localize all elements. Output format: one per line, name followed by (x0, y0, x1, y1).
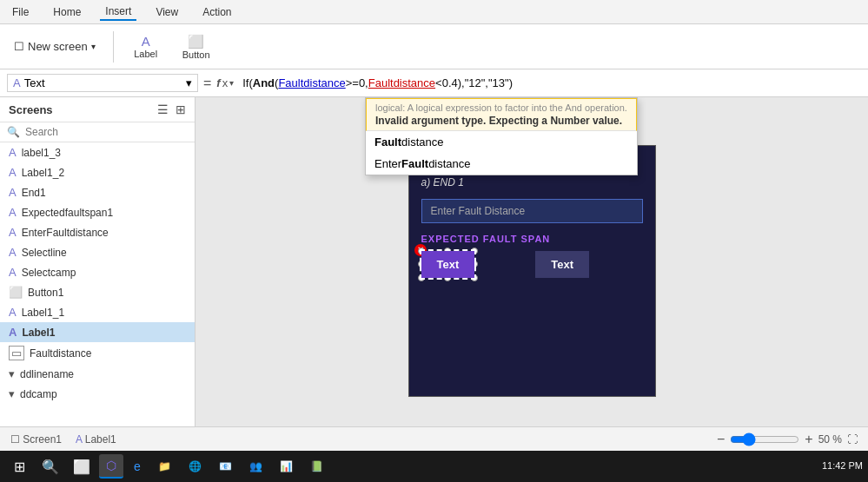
zoom-slider[interactable] (730, 432, 799, 446)
label-name[interactable]: Label1 (85, 433, 116, 446)
excel-taskbar[interactable]: 📗 (303, 454, 330, 479)
fullscreen-icon[interactable]: ⛶ (847, 433, 858, 446)
equals-sign: = (203, 76, 211, 91)
button1-container: ✕ Text (421, 251, 475, 278)
outlook-icon: 📧 (219, 460, 232, 472)
zoom-plus-icon[interactable]: + (805, 432, 812, 447)
left-panel: Screens ☰ ⊞ 🔍 A label1_3 A Label1_2 A En… (0, 97, 195, 426)
menu-home[interactable]: Home (48, 4, 86, 20)
dropdown-item-icon: ▾ (9, 367, 15, 380)
menu-action[interactable]: Action (197, 4, 236, 20)
list-item[interactable]: A label1_3 (0, 142, 195, 162)
task-view-button[interactable]: ⬜ (68, 454, 96, 479)
zoom-level: 50 % (818, 433, 842, 446)
list-item[interactable]: A Expectedfaultspan1 (0, 202, 195, 222)
button-item-icon: ⬜ (9, 286, 23, 299)
fx-button[interactable]: f x ▾ (216, 76, 234, 89)
chrome-taskbar[interactable]: 🌐 (182, 454, 209, 479)
tooltip-label: logical: A logical expression to factor … (375, 102, 627, 113)
folder-icon: 📁 (158, 460, 171, 472)
edge-taskbar[interactable]: e (127, 454, 148, 479)
list-item[interactable]: ▾ ddlinename (0, 364, 195, 384)
item-name: Button1 (28, 287, 63, 299)
new-screen-button[interactable]: ☐ New screen ▾ (7, 36, 103, 56)
tooltip-error: logical: A logical expression to factor … (366, 98, 637, 131)
formula-fd2: Faultdistance (368, 76, 435, 89)
status-left: ☐ Screen1 A Label1 (10, 433, 116, 446)
menu-insert[interactable]: Insert (100, 3, 136, 21)
preview-buttons-row: ✕ Text Text (409, 248, 655, 281)
list-item[interactable]: A Label1_1 (0, 302, 195, 322)
taskbar: ⊞ 🔍 ⬜ ⬡ e 📁 🌐 📧 👥 📊 📗 11:42 PM (0, 451, 868, 482)
teams-icon: 👥 (249, 460, 262, 472)
autocomplete-item-2[interactable]: EnterFaultdistance (366, 153, 637, 175)
main-area: Screens ☰ ⊞ 🔍 A label1_3 A Label1_2 A En… (0, 97, 868, 426)
menu-view[interactable]: View (150, 4, 183, 20)
search-taskbar-button[interactable]: 🔍 (36, 454, 64, 479)
formula-lt: <0.4),"12","13") (435, 76, 513, 89)
label-item-icon: A (9, 166, 17, 179)
explorer-taskbar[interactable]: 📁 (151, 454, 178, 479)
app-preview: 3. ENTER FAULT DISTANCE a) END 1 Enter F… (408, 145, 656, 397)
label-item-icon: A (9, 146, 17, 159)
powerapps-taskbar[interactable]: ⬡ (99, 454, 123, 479)
text-button-1[interactable]: Text (421, 251, 475, 278)
menu-file[interactable]: File (7, 4, 34, 20)
zoom-minus-icon[interactable]: − (717, 432, 725, 447)
search-input[interactable] (25, 126, 188, 138)
item-name: End1 (22, 187, 46, 199)
formula-name-box[interactable]: A Text ▾ (7, 74, 198, 92)
rest-text: distance (401, 135, 443, 149)
preview-subtitle: a) END 1 (409, 173, 655, 195)
item-name: ddcamp (20, 388, 57, 400)
screens-title: Screens (9, 103, 53, 116)
item-name: Selectline (22, 247, 67, 259)
start-button[interactable]: ⊞ (5, 454, 33, 479)
label-button[interactable]: A Label (124, 30, 168, 63)
screen-name[interactable]: Screen1 (23, 433, 62, 446)
screen-icon-status: ☐ (10, 433, 20, 446)
list-item-label1[interactable]: A Label1 (0, 322, 195, 342)
button-ribbon-btn[interactable]: ⬜ Button (175, 30, 218, 63)
list-item[interactable]: A End1 (0, 182, 195, 202)
label-item-icon: A (9, 186, 17, 199)
powerbi-taskbar[interactable]: 📊 (273, 454, 300, 479)
formula-bar: A Text ▾ = f x ▾ If(And(Faultdistance>=0… (0, 69, 868, 97)
list-item[interactable]: A Selectcamp (0, 262, 195, 282)
list-item[interactable]: A Label1_2 (0, 162, 195, 182)
autocomplete-dropdown[interactable]: logical: A logical expression to factor … (365, 97, 638, 175)
label-indicator: A Label1 (76, 433, 116, 446)
new-screen-label: New screen (28, 40, 88, 53)
edge-icon: e (134, 459, 141, 473)
list-item[interactable]: ▾ ddcamp (0, 384, 195, 404)
fx-chevron: ▾ (229, 78, 234, 88)
formula-content[interactable]: If(And(Faultdistance>=0,Faultdistance<0.… (239, 75, 861, 91)
zoom-controls: − + 50 % ⛶ (717, 432, 858, 447)
text-button-2[interactable]: Text (535, 251, 589, 278)
rest-text: distance (428, 157, 470, 170)
preview-input[interactable]: Enter Fault Distance (421, 199, 643, 223)
label-item-icon: A (9, 326, 17, 339)
list-view-icon[interactable]: ☰ (157, 102, 169, 116)
prefix-text: Enter (374, 157, 401, 170)
label-icon-small: A (13, 76, 21, 89)
teams-taskbar[interactable]: 👥 (242, 454, 269, 479)
label-item-icon: A (9, 206, 17, 219)
search-box: 🔍 (0, 122, 195, 142)
clock-time: 11:42 PM (822, 459, 863, 472)
screens-header: Screens ☰ ⊞ (0, 97, 195, 122)
item-name: ddlinename (20, 368, 74, 380)
tooltip-type: logical: (375, 102, 405, 113)
list-item[interactable]: A EnterFaultdistance (0, 222, 195, 242)
chevron-down-icon: ▾ (91, 42, 96, 51)
excel-icon: 📗 (310, 460, 323, 472)
outlook-taskbar[interactable]: 📧 (212, 454, 239, 479)
list-item[interactable]: ⬜ Button1 (0, 282, 195, 302)
list-item[interactable]: A Selectline (0, 242, 195, 262)
autocomplete-item-1[interactable]: Faultdistance (366, 131, 637, 153)
list-item[interactable]: ▭ Faultdistance (0, 342, 195, 364)
powerapps-icon: ⬡ (106, 459, 116, 472)
ribbon-separator (113, 31, 114, 63)
item-name: label1_3 (22, 147, 61, 159)
grid-view-icon[interactable]: ⊞ (176, 102, 186, 116)
